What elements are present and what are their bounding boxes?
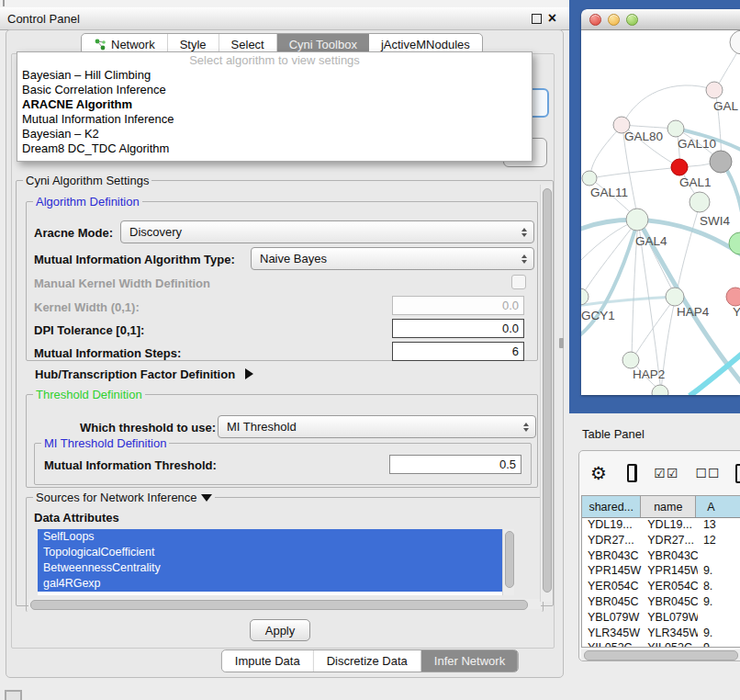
algorithm-option[interactable]: Dream8 DC_TDC Algorithm (17, 141, 532, 156)
network-window-titlebar[interactable] (581, 9, 740, 30)
svg-text:HAP4: HAP4 (677, 305, 710, 319)
mi-threshold-label: Mutual Information Threshold: (44, 458, 217, 472)
settings-vscrollbar[interactable] (540, 185, 553, 602)
table-body: YDL19... YDL19... 13 YDR27... YDR27... 1… (582, 518, 740, 647)
hub-definition-toggle[interactable]: Hub/Transcription Factor Definition (35, 367, 253, 381)
sources-group: Sources for Network Inference Data Attri… (26, 497, 544, 612)
network-view-window: GAL GAL80 GAL10 GAL1 GAL11 SWI4 GAL4 GCY… (581, 9, 740, 395)
gear-icon[interactable]: ⚙ (590, 462, 607, 484)
table-row[interactable]: YDR27... YDR27... 12 (582, 534, 740, 549)
node-green-bright (729, 232, 740, 254)
algorithm-option-selected[interactable]: ARACNE Algorithm (17, 97, 532, 112)
svg-text:GAL: GAL (713, 99, 739, 113)
panel-splitter-handle[interactable] (559, 338, 564, 348)
table-row[interactable]: YIL052C YIL052C 9 (582, 641, 740, 647)
svg-text:HAP2: HAP2 (633, 367, 665, 381)
node-gal (706, 82, 723, 98)
node-gcy1 (581, 288, 589, 305)
float-panel-icon[interactable] (532, 14, 542, 24)
svg-text:GAL4: GAL4 (635, 234, 667, 248)
new-table-icon[interactable] (735, 464, 740, 483)
table-panel-title: Table Panel (582, 427, 645, 441)
table-row[interactable]: YER054C YER054C 8. (582, 580, 740, 595)
node-gal11 (582, 171, 597, 186)
table-row[interactable]: YBR045C YBR045C 9. (582, 595, 740, 611)
algorithm-definition-title: Algorithm Definition (33, 195, 142, 209)
mi-threshold-field[interactable] (389, 455, 521, 474)
kernel-width-label: Kernel Width (0,1): (34, 300, 140, 314)
column-header-partial[interactable]: A (696, 496, 740, 517)
table-row[interactable]: YBL079W YBL079W (582, 611, 740, 627)
network-icon (94, 39, 107, 51)
close-panel-icon[interactable]: × (548, 14, 556, 23)
node-unlabeled (730, 30, 740, 54)
manual-kernel-checkbox[interactable] (511, 275, 526, 289)
manual-kernel-label: Manual Kernel Width Definition (34, 277, 210, 290)
minimized-panel-icon[interactable] (5, 690, 22, 700)
algorithm-option[interactable]: Basic Correlation Inference (17, 83, 532, 97)
table-row[interactable]: YDL19... YDL19... 13 (582, 518, 740, 534)
column-header-name[interactable]: name (641, 496, 696, 517)
data-attributes-label: Data Attributes (34, 511, 119, 525)
attribute-item[interactable]: SelfLoops (38, 529, 502, 545)
table-hscrollbar[interactable] (581, 649, 740, 660)
mi-type-combo[interactable]: Naive Bayes (251, 247, 534, 270)
dpi-tolerance-label: DPI Tolerance [0,1]: (34, 323, 144, 337)
control-panel-title: Control Panel (0, 12, 80, 26)
mi-threshold-definition-title: MI Threshold Definition (41, 436, 169, 450)
mi-steps-field[interactable] (392, 342, 524, 361)
tab-impute-data[interactable]: Impute Data (222, 650, 314, 672)
node-gal1-red (671, 159, 688, 175)
attribute-item[interactable]: BetweennessCentrality (38, 560, 502, 576)
node-hap4 (666, 288, 684, 306)
top-strip (0, 0, 569, 7)
zoom-window-icon[interactable] (626, 14, 638, 26)
tab-network-label: Network (111, 38, 155, 51)
table-panel-toolbar: ⚙ ☑☑ ☐☐ (579, 451, 740, 495)
svg-text:GAL1: GAL1 (679, 175, 712, 189)
collapse-down-icon (201, 494, 212, 502)
algorithm-option[interactable]: Bayesian – K2 (17, 127, 532, 141)
mi-type-label: Mutual Information Algorithm Type: (34, 253, 235, 266)
tab-infer-network[interactable]: Infer Network (421, 650, 518, 672)
attribute-item[interactable]: gal4RGexp (38, 576, 502, 592)
network-canvas[interactable]: GAL GAL80 GAL10 GAL1 GAL11 SWI4 GAL4 GCY… (581, 30, 740, 395)
kernel-width-field[interactable] (392, 296, 524, 315)
cyni-algorithm-settings-group: Cyni Algorithm Settings Algorithm Defini… (16, 180, 554, 606)
table-row[interactable]: YPR145W YPR145W 9. (582, 564, 740, 580)
algorithm-option[interactable]: Mutual Information Inference (17, 112, 532, 127)
svg-text:GAL10: GAL10 (678, 137, 716, 151)
select-all-columns-icon[interactable]: ☑☑ (654, 466, 678, 480)
which-threshold-combo[interactable]: MI Threshold (218, 415, 536, 438)
column-layout-icon[interactable] (627, 464, 637, 482)
combo-arrows-icon (521, 228, 527, 237)
tab-discretize-data[interactable]: Discretize Data (314, 650, 421, 672)
attribute-item[interactable]: TopologicalCoefficient (38, 545, 502, 560)
minimize-window-icon[interactable] (608, 14, 620, 26)
node-gray (710, 151, 732, 173)
table-row[interactable]: YBR043C YBR043C (582, 549, 740, 565)
svg-text:GAL11: GAL11 (590, 186, 628, 199)
sources-title[interactable]: Sources for Network Inference (33, 491, 215, 504)
aracne-mode-combo[interactable]: Discovery (120, 220, 534, 243)
attributes-list-vscrollbar[interactable] (502, 529, 514, 595)
control-panel-titlebar: Control Panel × (0, 7, 569, 30)
close-window-icon[interactable] (589, 14, 601, 26)
dpi-tolerance-field[interactable] (392, 319, 524, 338)
top-strip-mark (3, 0, 5, 6)
network-nodes (581, 30, 740, 395)
data-attributes-list: SelfLoops TopologicalCoefficient Between… (38, 529, 502, 595)
attributes-list-hscrollbar[interactable] (28, 599, 541, 609)
svg-text:SWI4: SWI4 (700, 214, 730, 228)
svg-text:Y: Y (733, 305, 740, 319)
popup-placeholder: Select algorithm to view settings (17, 52, 532, 68)
deselect-all-columns-icon[interactable]: ☐☐ (695, 466, 720, 480)
aracne-mode-label: Aracne Mode: (34, 226, 113, 240)
algorithm-definition-group: Algorithm Definition Aracne Mode: Discov… (26, 201, 538, 361)
apply-button[interactable]: Apply (250, 619, 310, 641)
table-row[interactable]: YLR345W YLR345W 9. (582, 627, 740, 642)
column-header-shared-name[interactable]: shared... (582, 496, 641, 517)
node-partial-bottom (652, 385, 668, 395)
algorithm-option[interactable]: Bayesian – Hill Climbing (17, 68, 532, 83)
node-salmon (726, 288, 740, 306)
